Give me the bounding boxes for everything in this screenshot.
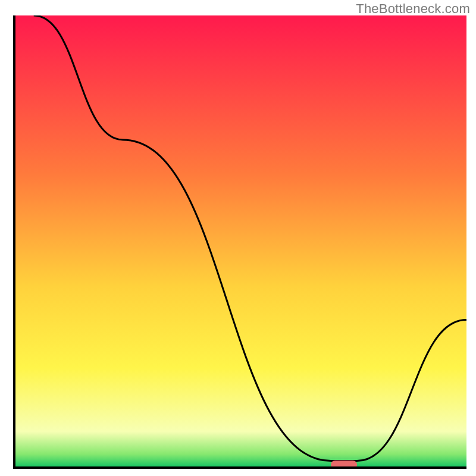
bottleneck-curve-chart (0, 0, 476, 476)
chart-container: TheBottleneck.com (0, 0, 476, 476)
gradient-background (14, 15, 466, 468)
